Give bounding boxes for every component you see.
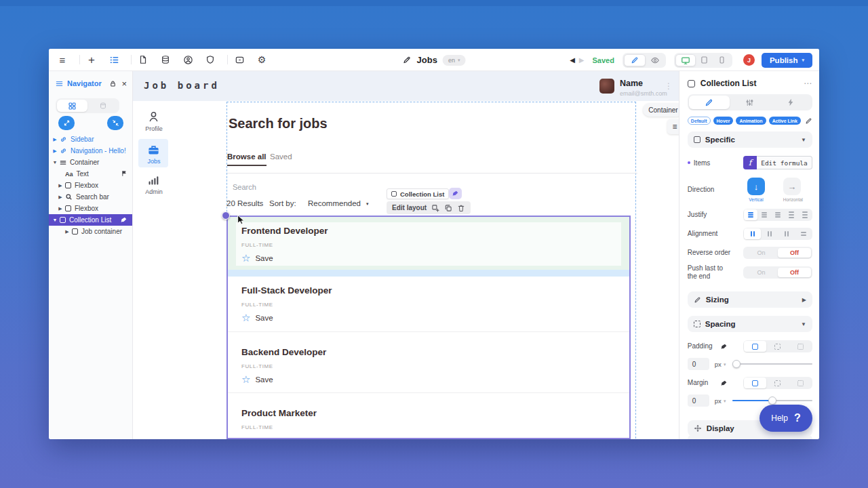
search-input[interactable]: Search	[233, 183, 256, 191]
tree-item-search-bar[interactable]: ▶ Search bar	[49, 191, 132, 203]
pages-list-icon[interactable]	[108, 54, 119, 65]
close-icon[interactable]: ×	[121, 79, 127, 88]
section-specific[interactable]: Specific ▼	[688, 131, 812, 148]
tab-style-brush[interactable]	[689, 96, 730, 109]
collection-list[interactable]: Frontend Developer FULL-TIME ☆Save Full-…	[226, 216, 631, 439]
reverse-on-button[interactable]: On	[745, 248, 778, 258]
tree-item-flexbox[interactable]: ▶ Flexbox	[49, 180, 132, 191]
layers-grid-button[interactable]	[57, 100, 87, 112]
align-stretch-button[interactable]	[795, 228, 812, 239]
duplicate-icon[interactable]	[444, 204, 452, 212]
padding-value-input[interactable]: 0	[688, 358, 709, 370]
justify-end-button[interactable]	[771, 209, 785, 220]
language-selector[interactable]: en▾	[443, 55, 466, 66]
expand-all-button[interactable]	[58, 116, 75, 130]
tree-item-job-container[interactable]: ▶ Job container	[49, 226, 132, 237]
padding-axis-button[interactable]	[766, 341, 789, 352]
margin-value-input[interactable]: 0	[688, 394, 709, 407]
container-menu-button[interactable]: ≡	[667, 119, 679, 134]
edit-layout-button[interactable]: Edit layout	[392, 204, 427, 211]
margin-unit-dropdown[interactable]: px▾	[715, 397, 726, 405]
margin-all-button[interactable]	[744, 378, 766, 388]
tree-item-text[interactable]: Text	[49, 168, 132, 180]
settings-gear-icon[interactable]: ⚙	[256, 54, 267, 65]
caret-down-icon[interactable]: ▼	[52, 218, 58, 222]
justify-start-button[interactable]	[744, 209, 757, 220]
align-center-button[interactable]	[761, 228, 778, 239]
job-card[interactable]: Full-Stack Developer FULL-TIME ☆Save	[228, 277, 629, 331]
cms-view-button[interactable]	[87, 100, 118, 112]
embed-icon[interactable]	[234, 54, 245, 65]
design-mode-button[interactable]	[624, 54, 646, 66]
save-job-button[interactable]: ☆Save	[241, 312, 616, 323]
tree-item-container[interactable]: ▼ Container	[49, 157, 132, 168]
design-canvas[interactable]: Job board Name email@smth.com ⋮ Profile …	[133, 71, 679, 439]
padding-slider[interactable]	[732, 358, 812, 370]
justify-space-between-button[interactable]	[785, 209, 798, 220]
save-job-button[interactable]: ☆Save	[241, 374, 616, 384]
job-card[interactable]: Product Marketer FULL-TIME	[228, 392, 629, 439]
collapse-all-button[interactable]	[107, 116, 123, 130]
tree-item-navigation[interactable]: ▶ Navigation - Hello!	[49, 145, 132, 157]
slider-handle[interactable]	[732, 360, 741, 368]
admin-nav-label[interactable]: Admin	[137, 188, 171, 195]
style-brush-button[interactable]	[449, 188, 462, 199]
caret-right-icon[interactable]: ▶	[64, 229, 71, 234]
job-card[interactable]: Backend Developer FULL-TIME ☆Save	[228, 331, 629, 392]
tab-interactions-lightning[interactable]	[770, 96, 811, 109]
caret-right-icon[interactable]: ▶	[57, 195, 64, 199]
push-on-button[interactable]: On	[745, 268, 778, 277]
admin-nav-icon[interactable]	[147, 174, 160, 186]
shield-icon[interactable]	[205, 54, 216, 65]
margin-brush-icon[interactable]	[720, 380, 728, 387]
account-icon[interactable]	[182, 54, 193, 65]
jobs-nav-label[interactable]: Jobs	[137, 158, 171, 165]
tree-item-flexbox[interactable]: ▶ Flexbox	[49, 203, 132, 214]
direction-horizontal-option[interactable]: → Horizontal	[783, 178, 803, 202]
undo-back-icon[interactable]: ◀	[570, 57, 575, 64]
cms-database-icon[interactable]	[160, 54, 171, 65]
edit-states-pencil-icon[interactable]	[805, 117, 812, 125]
user-avatar[interactable]: J	[743, 54, 755, 66]
delete-trash-icon[interactable]	[457, 204, 465, 212]
state-animation[interactable]: Animation	[736, 117, 766, 125]
save-job-button[interactable]: ☆Save	[241, 253, 616, 263]
edit-formula-button[interactable]: Edit formula	[757, 156, 812, 169]
caret-right-icon[interactable]: ▶	[57, 206, 64, 211]
state-default[interactable]: Default	[688, 117, 711, 125]
container-tag[interactable]: Container	[643, 103, 679, 117]
lock-icon[interactable]	[109, 80, 117, 87]
more-options-icon[interactable]: ⋯	[804, 79, 812, 88]
padding-all-button[interactable]	[744, 341, 766, 352]
caret-right-icon[interactable]: ▶	[52, 148, 58, 153]
site-user-avatar[interactable]	[599, 79, 614, 94]
align-end-button[interactable]	[778, 228, 795, 239]
breakpoint-tablet-button[interactable]	[696, 54, 713, 66]
state-active-link[interactable]: Active Link	[769, 117, 801, 125]
breakpoint-desktop-button[interactable]	[675, 54, 696, 66]
caret-down-icon[interactable]: ▼	[52, 160, 58, 165]
publish-button[interactable]: Publish▾	[762, 53, 812, 68]
selection-badge[interactable]: Collection List	[387, 188, 449, 199]
profile-nav-label[interactable]: Profile	[137, 125, 171, 132]
caret-right-icon[interactable]: ▶	[57, 183, 64, 188]
state-hover[interactable]: Hover	[713, 117, 734, 125]
align-start-button[interactable]	[744, 228, 761, 239]
menu-icon[interactable]: ≡	[57, 54, 68, 65]
caret-right-icon[interactable]: ▶	[52, 137, 58, 142]
justify-space-around-button[interactable]	[798, 209, 812, 220]
job-card[interactable]: Frontend Developer FULL-TIME ☆Save	[228, 217, 629, 270]
justify-center-button[interactable]	[757, 209, 771, 220]
profile-nav-icon[interactable]	[147, 110, 160, 123]
padding-unit-dropdown[interactable]: px▾	[715, 361, 726, 368]
section-spacing[interactable]: Spacing ▼	[688, 316, 812, 332]
preview-eye-button[interactable]	[646, 54, 665, 66]
tree-item-sidebar[interactable]: ▶ Sidebar	[49, 134, 132, 145]
tab-browse-all[interactable]: Browse all	[227, 152, 267, 166]
sort-dropdown[interactable]: Recommended▾	[308, 199, 369, 207]
slider-handle[interactable]	[768, 396, 776, 405]
padding-brush-icon[interactable]	[720, 343, 728, 350]
help-button[interactable]: Help ?	[760, 405, 812, 432]
tab-saved[interactable]: Saved	[270, 152, 292, 165]
redo-forward-icon[interactable]: ▶	[579, 57, 585, 64]
